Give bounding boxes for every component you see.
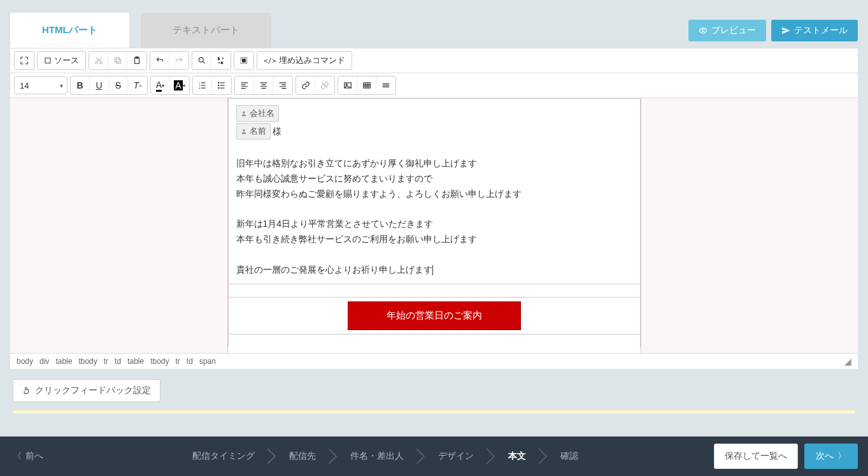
path-segment[interactable]: div <box>39 357 49 366</box>
path-segment[interactable]: tbody <box>78 357 97 366</box>
body-line: 昨年同様変わらぬご愛顧を賜りますよう、よろしくお願い申し上げます <box>236 187 632 202</box>
save-and-list-button[interactable]: 保存して一覧へ <box>714 444 798 469</box>
svg-point-19 <box>218 82 219 83</box>
paper-plane-icon <box>781 26 790 35</box>
email-canvas[interactable]: 会社名 名前 様 旧年中は格別なお引き立てにあずかり厚く御礼申し上げます 本年も… <box>227 98 641 353</box>
step-1[interactable]: 配信先 <box>278 451 327 462</box>
editor-tabs: HTMLパート テキストパート <box>10 13 271 48</box>
svg-rect-27 <box>363 83 370 88</box>
svg-rect-14 <box>201 82 205 83</box>
element-path[interactable]: bodydivtabletbodytrtdtabletbodytrtdspan <box>17 357 216 366</box>
svg-text:1: 1 <box>199 82 200 85</box>
step-0[interactable]: 配信タイミング <box>181 451 266 462</box>
embed-label: 埋め込みコマンド <box>279 55 345 66</box>
align-center-icon[interactable] <box>254 76 273 94</box>
svg-point-3 <box>99 62 102 64</box>
unlink-icon[interactable] <box>315 76 334 94</box>
chevron-right-icon: 〉 <box>837 451 846 462</box>
svg-rect-5 <box>115 57 119 62</box>
paste-icon[interactable] <box>127 52 146 69</box>
font-size-select[interactable]: 14 <box>14 76 68 94</box>
svg-point-23 <box>218 87 219 89</box>
path-segment[interactable]: tbody <box>150 357 169 366</box>
click-feedback-button[interactable]: クリックフィードバック設定 <box>13 379 160 402</box>
content-cell[interactable]: 会社名 名前 様 旧年中は格別なお引き立てにあずかり厚く御礼申し上げます 本年も… <box>228 98 641 284</box>
bullet-list-icon[interactable] <box>212 76 231 94</box>
link-icon[interactable] <box>296 76 315 94</box>
svg-rect-4 <box>116 59 120 64</box>
svg-rect-20 <box>220 82 225 83</box>
svg-text:3: 3 <box>199 87 200 90</box>
align-left-icon[interactable] <box>235 76 254 94</box>
select-all-icon[interactable] <box>234 52 253 69</box>
copy-icon[interactable] <box>108 52 127 69</box>
path-segment[interactable]: tr <box>104 357 108 366</box>
image-icon[interactable] <box>338 76 357 94</box>
path-segment[interactable]: span <box>199 357 216 366</box>
path-segment[interactable]: body <box>17 357 33 366</box>
eye-icon <box>699 26 708 35</box>
path-segment[interactable]: table <box>127 357 144 366</box>
svg-text:b: b <box>218 57 220 61</box>
chevron-right-icon <box>537 447 549 465</box>
cta-button[interactable]: 年始の営業日のご案内 <box>348 301 521 330</box>
chevron-right-icon <box>327 447 339 465</box>
redo-icon[interactable] <box>169 52 189 69</box>
editor-body: 会社名 名前 様 旧年中は格別なお引き立てにあずかり厚く御礼申し上げます 本年も… <box>10 98 858 353</box>
step-3[interactable]: デザイン <box>427 451 485 462</box>
merge-tag-company[interactable]: 会社名 <box>236 105 279 122</box>
toolbar-row-1: ソース ba </> 埋め込みコマンド <box>10 48 858 73</box>
text-color-icon[interactable]: A▾ <box>151 76 170 94</box>
step-4[interactable]: 本文 <box>497 451 537 462</box>
svg-point-26 <box>346 84 347 85</box>
path-segment[interactable]: tr <box>176 357 180 366</box>
svg-rect-12 <box>243 59 246 62</box>
body-line: 本年も誠心誠意サービスに努めてまいりますので <box>236 171 632 187</box>
button-row: 年始の営業日のご案内 <box>228 297 641 335</box>
test-mail-button[interactable]: テストメール <box>771 20 858 41</box>
merge-suffix: 様 <box>273 126 281 136</box>
hr-icon[interactable] <box>376 76 395 94</box>
test-mail-label: テストメール <box>794 25 848 36</box>
replace-icon[interactable]: ba <box>211 52 231 69</box>
prev-label: 前へ <box>25 451 43 462</box>
undo-icon[interactable] <box>150 52 169 69</box>
align-right-icon[interactable] <box>273 76 292 94</box>
underline-icon[interactable]: U <box>90 76 109 94</box>
search-icon[interactable] <box>192 52 211 69</box>
bg-color-icon[interactable]: A▾ <box>170 76 189 94</box>
editor-scroll[interactable]: 会社名 名前 様 旧年中は格別なお引き立てにあずかり厚く御礼申し上げます 本年も… <box>10 98 858 353</box>
resize-handle-icon[interactable]: ◢ <box>844 356 851 366</box>
svg-rect-24 <box>220 88 225 89</box>
path-segment[interactable]: td <box>187 357 193 366</box>
bold-icon[interactable]: B <box>71 76 90 94</box>
embed-command-button[interactable]: </> 埋め込みコマンド <box>257 52 352 69</box>
chevron-right-icon <box>266 447 278 465</box>
maximize-icon[interactable] <box>15 52 34 69</box>
step-5[interactable]: 確認 <box>549 451 590 462</box>
chevron-left-icon: 〈 <box>13 451 22 462</box>
prev-button[interactable]: 〈 前へ <box>0 451 56 462</box>
source-button[interactable]: ソース <box>38 52 85 69</box>
tab-html-part[interactable]: HTMLパート <box>10 13 129 48</box>
preview-button[interactable]: プレビュー <box>688 20 766 41</box>
chevron-right-icon <box>415 447 427 465</box>
table-icon[interactable] <box>357 76 376 94</box>
svg-text:2: 2 <box>199 85 200 87</box>
editor-panel: ソース ba </> 埋め込みコマンド 14 B <box>10 48 858 369</box>
svg-point-28 <box>243 112 245 113</box>
status-bar: bodydivtabletbodytrtdtabletbodytrtdspan … <box>10 353 858 369</box>
chevron-right-icon <box>485 447 497 465</box>
step-2[interactable]: 件名・差出人 <box>339 451 415 462</box>
tab-text-part[interactable]: テキストパート <box>141 13 271 48</box>
path-segment[interactable]: table <box>55 357 72 366</box>
svg-rect-22 <box>220 85 225 85</box>
svg-rect-18 <box>201 88 205 89</box>
merge-tag-name[interactable]: 名前 <box>236 123 271 140</box>
numbered-list-icon[interactable]: 123 <box>193 76 212 94</box>
strikethrough-icon[interactable]: S <box>109 76 128 94</box>
next-button[interactable]: 次へ 〉 <box>804 444 858 469</box>
cut-icon[interactable] <box>89 52 108 69</box>
path-segment[interactable]: td <box>115 357 121 366</box>
remove-format-icon[interactable]: T× <box>128 76 147 94</box>
